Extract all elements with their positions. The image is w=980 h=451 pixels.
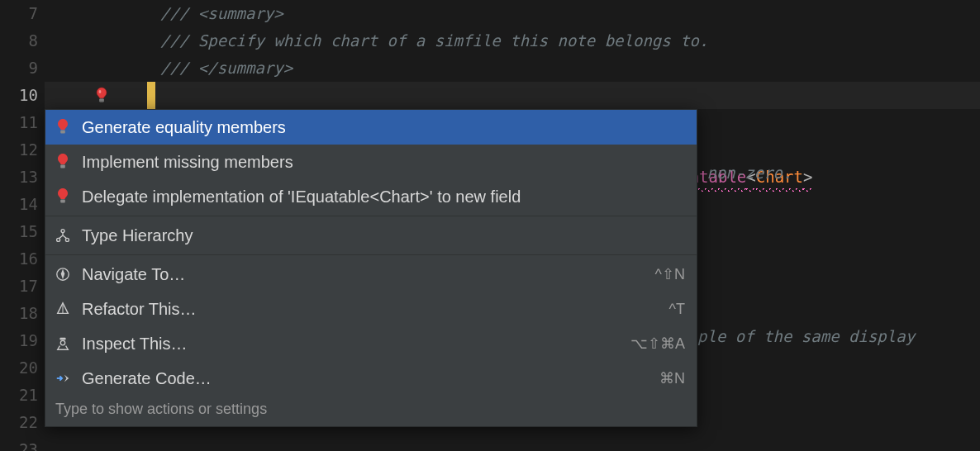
line-number: 9	[0, 55, 45, 82]
bulb-red-icon	[54, 188, 72, 206]
action-delegate-implementation[interactable]: Delegate implementation of 'IEquatable<C…	[45, 179, 697, 214]
line-number: 17	[0, 273, 45, 300]
popup-hint-text: Type to show actions or settings	[45, 396, 697, 426]
code-editor[interactable]: 7 8 9 10 11 12 13 14 15 16 17 18 19 20 2…	[0, 0, 980, 451]
svg-rect-5	[60, 165, 65, 169]
shortcut-text: ⌥⇧⌘A	[630, 335, 685, 353]
line-number: 7	[0, 0, 45, 27]
action-generate-code[interactable]: Generate Code… ⌘N	[45, 361, 697, 396]
shortcut-text: ⌘N	[659, 369, 685, 387]
line-number: 10	[0, 82, 45, 109]
svg-point-7	[61, 230, 64, 233]
line-number: 13	[0, 164, 45, 191]
partial-comment-text: ple of the same display	[697, 327, 925, 345]
line-number: 8	[0, 27, 45, 55]
line-number: 15	[0, 218, 45, 245]
partial-comment-text: non-zero.	[697, 164, 792, 182]
svg-rect-4	[60, 131, 65, 134]
shortcut-text: ^⇧N	[655, 265, 685, 283]
line-number: 20	[0, 354, 45, 382]
code-line-current[interactable]: internal struct Chart : ISharedComponent…	[45, 82, 980, 109]
popup-separator	[45, 254, 697, 255]
compass-icon	[54, 265, 72, 283]
line-number: 18	[0, 300, 45, 327]
action-label: Generate Code…	[82, 369, 649, 388]
action-label: Delegate implementation of 'IEquatable<C…	[82, 188, 685, 207]
lightbulb-icon[interactable]	[93, 87, 111, 105]
code-comment: /// Specify which chart of a simfile thi…	[160, 31, 708, 50]
svg-point-0	[99, 90, 102, 93]
action-label: Refactor This…	[82, 300, 659, 319]
action-implement-missing-members[interactable]: Implement missing members	[45, 145, 697, 179]
shortcut-text: ^T	[669, 301, 685, 318]
svg-rect-11	[59, 338, 65, 340]
action-generate-equality-members[interactable]: Generate equality members	[45, 110, 697, 145]
action-label: Generate equality members	[82, 118, 685, 137]
line-number: 21	[0, 382, 45, 409]
line-number: 14	[0, 191, 45, 218]
gutter: 7 8 9 10 11 12 13 14 15 16 17 18 19 20 2…	[0, 0, 45, 451]
hierarchy-icon	[54, 226, 72, 244]
inspect-icon	[54, 335, 72, 353]
action-label: Implement missing members	[82, 153, 685, 172]
svg-point-12	[60, 340, 64, 344]
action-label: Type Hierarchy	[82, 226, 685, 245]
line-number: 12	[0, 136, 45, 164]
bulb-red-icon	[54, 153, 72, 171]
change-marker	[147, 82, 155, 109]
popup-separator	[45, 216, 697, 216]
action-type-hierarchy[interactable]: Type Hierarchy	[45, 218, 697, 253]
line-number: 11	[0, 109, 45, 136]
svg-rect-3	[99, 101, 104, 102]
generate-icon	[54, 369, 72, 387]
svg-rect-6	[60, 200, 65, 203]
action-refactor-this[interactable]: Refactor This… ^T	[45, 292, 697, 326]
pencil-shape-icon	[54, 300, 72, 318]
code-comment: /// <summary>	[160, 4, 283, 22]
line-number: 19	[0, 327, 45, 354]
action-inspect-this[interactable]: Inspect This… ⌥⇧⌘A	[45, 326, 697, 361]
action-label: Inspect This…	[82, 335, 621, 354]
svg-rect-2	[99, 99, 104, 100]
context-actions-popup[interactable]: Generate equality members Implement miss…	[45, 109, 697, 427]
action-label: Navigate To…	[82, 265, 645, 284]
line-number: 23	[0, 436, 45, 451]
line-number: 22	[0, 409, 45, 436]
action-navigate-to[interactable]: Navigate To… ^⇧N	[45, 257, 697, 292]
code-comment: /// </summary>	[160, 59, 293, 77]
bulb-red-icon	[54, 118, 72, 136]
line-number: 16	[0, 245, 45, 273]
